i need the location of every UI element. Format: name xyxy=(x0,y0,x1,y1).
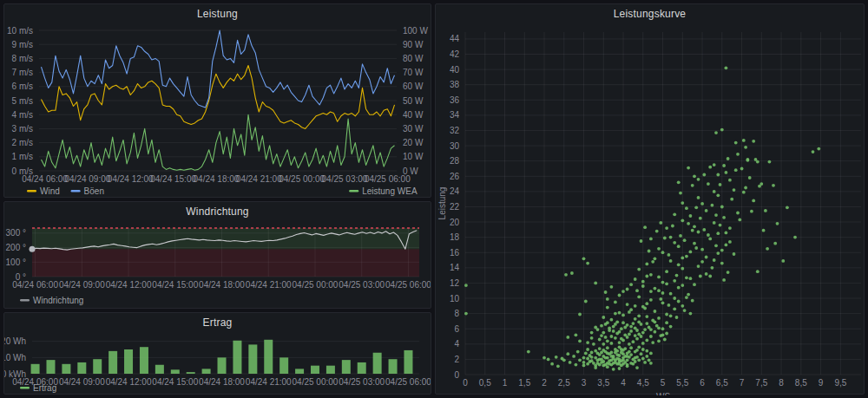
svg-text:28: 28 xyxy=(450,156,460,166)
leistung-chart[interactable]: 04/24 06:0004/24 09:0004/24 12:0004/24 1… xyxy=(4,23,431,199)
svg-text:04/24 18:00: 04/24 18:00 xyxy=(199,377,245,387)
svg-text:6 m/s: 6 m/s xyxy=(12,82,33,91)
svg-text:0 kWh: 0 kWh xyxy=(4,369,26,379)
svg-text:90 W: 90 W xyxy=(403,40,424,49)
svg-text:0: 0 xyxy=(454,370,459,380)
svg-text:24: 24 xyxy=(450,186,460,196)
svg-text:3 m/s: 3 m/s xyxy=(12,124,33,134)
panel-leistung: Leistung 04/24 06:0004/24 09:0004/24 12:… xyxy=(3,3,431,198)
panel-ertrag-title[interactable]: Ertrag xyxy=(4,313,431,332)
svg-text:16: 16 xyxy=(450,248,460,258)
svg-text:0 W: 0 W xyxy=(403,166,418,176)
svg-text:38: 38 xyxy=(450,80,460,89)
svg-text:4,5: 4,5 xyxy=(637,378,649,388)
svg-text:6,5: 6,5 xyxy=(716,378,728,388)
svg-text:10 Wh: 10 Wh xyxy=(4,353,26,362)
leistungskurve-chart[interactable]: 00,511,522,533,544,555,566,577,588,599,5… xyxy=(436,23,864,395)
svg-text:0 m/s: 0 m/s xyxy=(12,166,33,176)
svg-text:9: 9 xyxy=(819,378,824,388)
svg-text:3,5: 3,5 xyxy=(597,378,609,388)
svg-text:04/24 21:00: 04/24 21:00 xyxy=(246,377,292,387)
svg-text:04/24 12:00: 04/24 12:00 xyxy=(108,174,154,184)
grafana-dashboard: { "dashboard": { "background": "#111217"… xyxy=(0,0,868,398)
panel-leistung-title[interactable]: Leistung xyxy=(4,4,431,23)
svg-text:WS: WS xyxy=(656,392,670,395)
svg-text:60 W: 60 W xyxy=(403,82,424,91)
svg-text:8,5: 8,5 xyxy=(795,378,807,388)
svg-text:04/24 15:00: 04/24 15:00 xyxy=(152,377,198,387)
svg-text:1: 1 xyxy=(503,378,508,388)
svg-text:300 °: 300 ° xyxy=(6,228,26,238)
svg-text:04/25 06:00: 04/25 06:00 xyxy=(385,280,431,290)
svg-text:04/24 21:00: 04/24 21:00 xyxy=(236,174,282,184)
svg-text:80 W: 80 W xyxy=(403,54,424,63)
svg-text:04/25 03:00: 04/25 03:00 xyxy=(339,377,385,387)
panel-windrichtung-title[interactable]: Windrichtung xyxy=(4,202,431,221)
svg-text:04/24 06:00: 04/24 06:00 xyxy=(12,280,58,290)
svg-text:40 W: 40 W xyxy=(403,110,424,120)
svg-text:04/25 00:00: 04/25 00:00 xyxy=(293,377,339,387)
svg-text:04/24 12:00: 04/24 12:00 xyxy=(106,377,152,387)
svg-text:04/24 21:00: 04/24 21:00 xyxy=(246,280,292,290)
svg-text:9,5: 9,5 xyxy=(834,378,846,388)
svg-text:Windrichtung: Windrichtung xyxy=(33,296,83,305)
svg-text:04/24 15:00: 04/24 15:00 xyxy=(150,174,196,184)
svg-text:8 m/s: 8 m/s xyxy=(12,54,33,63)
panel-leistungskurve-title[interactable]: Leistungskurve xyxy=(436,4,864,23)
svg-text:04/25 00:00: 04/25 00:00 xyxy=(279,174,325,184)
svg-text:Wind: Wind xyxy=(40,186,60,196)
svg-text:18: 18 xyxy=(450,232,460,242)
svg-text:04/25 06:00: 04/25 06:00 xyxy=(385,377,431,387)
svg-text:04/25 03:00: 04/25 03:00 xyxy=(322,174,368,184)
svg-text:2: 2 xyxy=(454,355,459,364)
svg-text:100 °: 100 ° xyxy=(6,258,26,267)
svg-text:0: 0 xyxy=(463,378,468,388)
svg-text:5 m/s: 5 m/s xyxy=(12,96,33,106)
svg-text:8: 8 xyxy=(454,309,459,318)
windrichtung-chart[interactable]: 04/24 06:0004/24 09:0004/24 12:0004/24 1… xyxy=(4,221,431,308)
svg-text:04/24 09:00: 04/24 09:00 xyxy=(59,377,105,387)
svg-text:1 m/s: 1 m/s xyxy=(12,152,33,161)
svg-text:1,5: 1,5 xyxy=(518,378,530,388)
svg-text:10 W: 10 W xyxy=(403,152,424,161)
panel-windrichtung: Windrichtung 04/24 06:0004/24 09:0004/24… xyxy=(3,201,431,309)
svg-text:04/24 18:00: 04/24 18:00 xyxy=(194,174,240,184)
svg-text:20 Wh: 20 Wh xyxy=(4,336,26,346)
svg-text:6: 6 xyxy=(454,324,459,334)
svg-text:Böen: Böen xyxy=(84,186,104,196)
svg-text:22: 22 xyxy=(450,202,460,212)
svg-text:0,5: 0,5 xyxy=(479,378,491,388)
ertrag-chart[interactable]: 04/24 06:0004/24 09:0004/24 12:0004/24 1… xyxy=(4,332,431,395)
svg-text:04/24 15:00: 04/24 15:00 xyxy=(152,280,198,290)
svg-text:50 W: 50 W xyxy=(403,96,424,106)
svg-text:Ertrag: Ertrag xyxy=(33,383,56,393)
svg-text:5: 5 xyxy=(661,378,666,388)
svg-text:10: 10 xyxy=(450,294,460,303)
panel-ertrag: Ertrag 04/24 06:0004/24 09:0004/24 12:00… xyxy=(3,312,431,395)
svg-text:20: 20 xyxy=(450,218,460,227)
svg-text:32: 32 xyxy=(450,126,460,135)
svg-text:04/24 06:00: 04/24 06:00 xyxy=(22,174,68,184)
svg-text:12: 12 xyxy=(450,278,460,288)
svg-text:3: 3 xyxy=(582,378,587,388)
svg-text:6: 6 xyxy=(700,378,705,388)
svg-text:4 m/s: 4 m/s xyxy=(12,110,33,120)
svg-text:04/24 12:00: 04/24 12:00 xyxy=(106,280,152,290)
svg-text:04/25 03:00: 04/25 03:00 xyxy=(339,280,385,290)
svg-text:2: 2 xyxy=(542,378,547,388)
svg-text:44: 44 xyxy=(450,34,460,43)
svg-text:2,5: 2,5 xyxy=(558,378,570,388)
svg-text:04/24 09:00: 04/24 09:00 xyxy=(65,174,111,184)
svg-text:4: 4 xyxy=(621,378,626,388)
svg-text:70 W: 70 W xyxy=(403,68,424,77)
svg-text:36: 36 xyxy=(450,95,460,105)
svg-text:4: 4 xyxy=(454,339,459,349)
svg-text:7 m/s: 7 m/s xyxy=(12,68,33,77)
svg-text:Leistung: Leistung xyxy=(437,187,447,220)
svg-text:Leistung WEA: Leistung WEA xyxy=(362,186,418,196)
svg-text:10 m/s: 10 m/s xyxy=(7,26,33,36)
svg-text:40: 40 xyxy=(450,65,460,75)
svg-text:7: 7 xyxy=(740,378,745,388)
svg-text:30: 30 xyxy=(450,141,460,151)
svg-text:5,5: 5,5 xyxy=(676,378,688,388)
